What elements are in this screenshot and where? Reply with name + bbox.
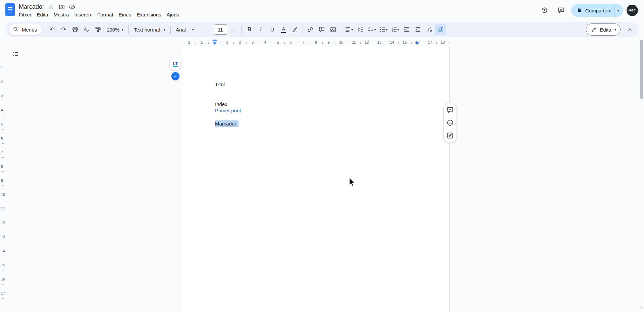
font-value: Arial bbox=[176, 27, 186, 33]
languagetool-card-button[interactable]: LT bbox=[170, 58, 181, 70]
editing-mode-select[interactable]: Edita ▾ bbox=[586, 23, 621, 36]
numbered-list-button[interactable]: 123 ▾ bbox=[389, 24, 401, 35]
hruler-number: 1 bbox=[226, 40, 228, 44]
increase-indent-button[interactable] bbox=[412, 24, 423, 35]
doc-selected-text[interactable]: Marcador bbox=[215, 120, 238, 127]
menu-extensions[interactable]: Extensions bbox=[134, 11, 164, 18]
no-errors-check-icon[interactable]: ✓ bbox=[171, 72, 179, 80]
margin-suggest-edits-button[interactable] bbox=[446, 131, 454, 140]
decrease-indent-button[interactable] bbox=[401, 24, 412, 35]
doc-empty-line[interactable] bbox=[215, 94, 418, 101]
version-history-icon[interactable] bbox=[538, 4, 551, 17]
doc-empty-line[interactable] bbox=[215, 114, 418, 121]
hruler-number: 2 bbox=[239, 40, 241, 44]
clear-formatting-button[interactable]: T bbox=[424, 24, 435, 35]
font-select[interactable]: Arial ▾ bbox=[173, 24, 197, 35]
caret-down-icon: ▾ bbox=[163, 28, 165, 32]
document-canvas: Títol Índex Primer punt Marcador LT ✓ bbox=[0, 46, 644, 312]
align-left-icon bbox=[344, 26, 351, 33]
caret-down-icon: ▾ bbox=[397, 28, 399, 32]
menu-format[interactable]: Format bbox=[95, 11, 116, 18]
hruler-number: 10 bbox=[339, 40, 343, 44]
doc-empty-line[interactable] bbox=[215, 88, 418, 95]
docs-logo-icon[interactable] bbox=[5, 3, 15, 17]
caret-down-icon: ▾ bbox=[617, 9, 619, 12]
spellcheck-button[interactable]: A bbox=[81, 24, 92, 35]
hruler-tick bbox=[221, 42, 221, 44]
menu-insereix[interactable]: Insereix bbox=[72, 11, 95, 18]
hruler-tick bbox=[348, 42, 348, 44]
line-spacing-icon bbox=[357, 26, 364, 33]
share-options-caret[interactable]: ▾ bbox=[614, 4, 623, 17]
doc-line-index[interactable]: Índex bbox=[215, 101, 418, 108]
undo-icon: ↶ bbox=[50, 26, 55, 33]
doc-line-title[interactable]: Títol bbox=[215, 81, 418, 88]
hruler-tick bbox=[322, 42, 323, 44]
redo-button[interactable]: ↷ bbox=[58, 24, 69, 35]
underline-icon: U bbox=[270, 27, 274, 33]
share-button[interactable]: Comparteix ▾ bbox=[571, 4, 623, 17]
underline-button[interactable]: U bbox=[267, 24, 278, 35]
text-color-button[interactable]: A bbox=[278, 24, 289, 35]
print-button[interactable] bbox=[69, 24, 80, 35]
menu-eines[interactable]: Eines bbox=[116, 11, 134, 18]
caret-down-icon: ▾ bbox=[386, 28, 388, 32]
bullet-list-button[interactable]: ▾ bbox=[378, 24, 389, 35]
font-size-decrease-button[interactable]: − bbox=[201, 24, 212, 35]
add-comment-icon bbox=[446, 106, 454, 114]
font-size-increase-button[interactable]: + bbox=[228, 24, 239, 35]
menu-fitxer[interactable]: Fitxer bbox=[16, 11, 34, 18]
move-folder-icon[interactable] bbox=[58, 3, 65, 10]
align-button[interactable]: ▾ bbox=[343, 24, 355, 35]
menu-mostra[interactable]: Mostra bbox=[51, 11, 72, 18]
paragraph-style-select[interactable]: Text normal ▾ bbox=[131, 24, 168, 35]
languagetool-button[interactable]: LT bbox=[435, 24, 446, 35]
indent-icon bbox=[415, 26, 421, 33]
highlighter-icon bbox=[291, 26, 298, 33]
editing-mode-label: Edita bbox=[600, 27, 611, 33]
margin-emoji-reaction-button[interactable] bbox=[446, 118, 454, 127]
page-content: Títol Índex Primer punt Marcador bbox=[183, 47, 449, 127]
hide-menus-button[interactable] bbox=[624, 24, 635, 35]
avatar[interactable]: MGC bbox=[627, 5, 638, 16]
add-comment-button[interactable] bbox=[316, 24, 327, 35]
checklist-button[interactable]: ▾ bbox=[366, 24, 377, 35]
menu-edita[interactable]: Edita bbox=[34, 11, 51, 18]
highlight-color-button[interactable] bbox=[289, 24, 301, 35]
comments-icon[interactable] bbox=[554, 4, 568, 17]
minus-icon: − bbox=[205, 27, 208, 33]
margin-add-comment-button[interactable] bbox=[446, 106, 454, 114]
undo-button[interactable]: ↶ bbox=[47, 24, 58, 35]
doc-title[interactable]: Marcador bbox=[19, 3, 44, 10]
document-page[interactable]: Títol Índex Primer punt Marcador bbox=[183, 47, 450, 312]
header: Marcador ☆ FitxerEditaMostraInsereixForm… bbox=[0, 0, 644, 21]
show-outline-button[interactable] bbox=[9, 48, 22, 60]
star-icon[interactable]: ☆ bbox=[48, 3, 55, 10]
hruler-number: 4 bbox=[264, 40, 266, 44]
share-button-main[interactable]: Comparteix bbox=[571, 4, 614, 17]
toolbar-separator bbox=[128, 25, 129, 34]
doc-link-primer-punt[interactable]: Primer punt bbox=[215, 108, 241, 113]
hruler-tick bbox=[449, 42, 449, 44]
zoom-select[interactable]: 100% ▾ bbox=[104, 24, 126, 35]
horizontal-ruler[interactable]: 21123456789101112131415161718 bbox=[0, 39, 644, 47]
menus-search-button[interactable]: Menús bbox=[9, 24, 42, 35]
bold-icon: B bbox=[248, 27, 252, 33]
plus-icon: + bbox=[232, 27, 235, 33]
menu-ajuda[interactable]: Ajuda bbox=[164, 11, 182, 18]
header-right: Comparteix ▾ MGC bbox=[538, 4, 638, 17]
insert-link-button[interactable] bbox=[305, 24, 316, 35]
first-line-indent-marker[interactable] bbox=[213, 40, 217, 41]
hruler-number: 1 bbox=[201, 40, 203, 44]
line-spacing-button[interactable] bbox=[355, 24, 366, 35]
bold-button[interactable]: B bbox=[244, 24, 255, 35]
vertical-scrollbar-thumb[interactable] bbox=[640, 40, 643, 99]
cloud-status-icon[interactable] bbox=[69, 3, 75, 10]
redo-icon: ↷ bbox=[61, 26, 66, 33]
insert-image-button[interactable] bbox=[328, 24, 339, 35]
font-size-input[interactable] bbox=[214, 24, 227, 35]
left-indent-marker[interactable] bbox=[213, 42, 217, 45]
collapse-side-panel-icon[interactable]: ‹ bbox=[641, 304, 642, 309]
italic-button[interactable]: I bbox=[255, 24, 266, 35]
paint-format-button[interactable] bbox=[92, 24, 103, 35]
